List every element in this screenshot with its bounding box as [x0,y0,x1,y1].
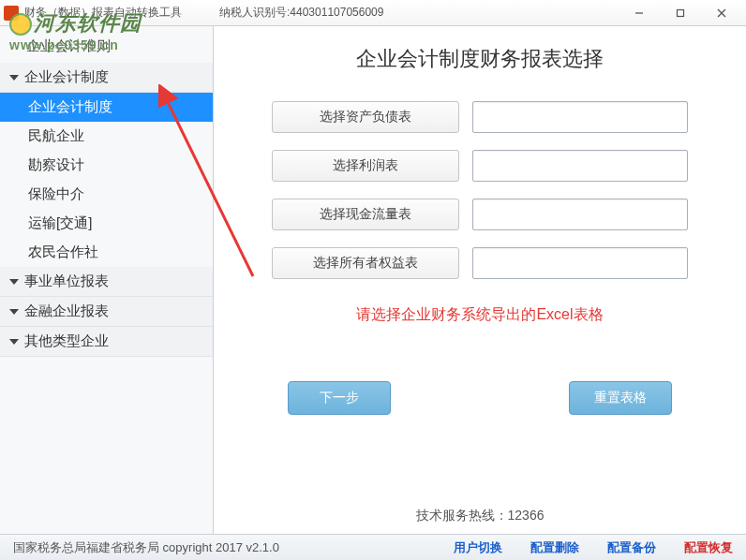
footer-copyright: 国家税务总局福建省税务局 copyright 2017 v2.1.0 [13,539,425,556]
minimize-button[interactable] [619,1,660,25]
chevron-down-icon [9,339,19,345]
maximize-button[interactable] [660,1,701,25]
sidebar-cat-label: 企业会计制度 [24,68,109,86]
window-title: 财务（数据）报表自动转换工具 [24,5,182,21]
form-rows: 选择资产负债表 选择利润表 选择现金流量表 选择所有者权益表 [255,101,705,279]
taxid-value: 440301107056009 [290,6,383,19]
sidebar-cat-label: 事业单位报表 [24,273,109,290]
hint-text: 请选择企业财务系统导出的Excel表格 [214,305,746,325]
sidebar-header[interactable]: 企业会计准则 [0,26,213,63]
svg-rect-1 [678,9,684,16]
titlebar: 财务（数据）报表自动转换工具 纳税人识别号:440301107056009 [0,0,746,26]
main-panel: 企业会计制度财务报表选择 选择资产负债表 选择利润表 选择现金流量表 选择所有者… [214,26,746,534]
form-row-cash-flow: 选择现金流量表 [255,199,705,230]
hotline-label: 技术服务热线： [416,508,508,523]
taxid-label-text: 纳税人识别号: [219,6,290,19]
chevron-down-icon [9,279,19,285]
form-row-balance-sheet: 选择资产负债表 [255,101,705,133]
footer: 国家税务总局福建省税务局 copyright 2017 v2.1.0 用户切换 … [0,534,746,560]
taxid-label: 纳税人识别号:440301107056009 [219,5,383,21]
select-income-statement-button[interactable]: 选择利润表 [272,150,459,182]
sidebar-cat-label: 其他类型企业 [24,332,109,350]
sidebar-cat-financial[interactable]: 金融企业报表 [0,297,213,327]
sidebar-item-survey-design[interactable]: 勘察设计 [0,151,213,180]
balance-sheet-path-input[interactable] [472,101,688,133]
footer-link-user-switch[interactable]: 用户切换 [454,539,502,556]
sidebar-item-insurance-agency[interactable]: 保险中介 [0,180,213,209]
footer-link-config-delete[interactable]: 配置删除 [530,539,579,556]
reset-button[interactable]: 重置表格 [569,381,672,415]
select-equity-button[interactable]: 选择所有者权益表 [272,247,459,279]
chevron-down-icon [9,309,19,315]
sidebar-cat-label: 金融企业报表 [24,302,109,320]
hotline: 技术服务热线：12366 [214,508,746,524]
sidebar: 企业会计准则 企业会计制度 企业会计制度 民航企业 勘察设计 保险中介 运输[交… [0,26,214,534]
hotline-number: 12366 [508,508,545,523]
sidebar-item-enterprise-accounting[interactable]: 企业会计制度 [0,93,213,122]
footer-link-config-restore[interactable]: 配置恢复 [684,539,733,556]
next-button[interactable]: 下一步 [288,381,391,415]
equity-path-input[interactable] [472,247,688,279]
form-row-income-statement: 选择利润表 [255,150,705,182]
app-icon [4,6,19,21]
cash-flow-path-input[interactable] [472,199,688,230]
select-balance-sheet-button[interactable]: 选择资产负债表 [272,101,459,133]
sidebar-item-transport[interactable]: 运输[交通] [0,209,213,238]
action-row: 下一步 重置表格 [214,381,746,415]
footer-link-config-backup[interactable]: 配置备份 [607,539,656,556]
close-button[interactable] [701,1,742,25]
sidebar-item-aviation[interactable]: 民航企业 [0,122,213,151]
sidebar-item-farmer-coop[interactable]: 农民合作社 [0,238,213,267]
form-row-equity: 选择所有者权益表 [255,247,705,279]
chevron-down-icon [9,75,19,81]
sidebar-cat-other[interactable]: 其他类型企业 [0,327,213,357]
income-statement-path-input[interactable] [472,150,688,182]
page-title: 企业会计制度财务报表选择 [214,45,746,73]
select-cash-flow-button[interactable]: 选择现金流量表 [272,199,459,230]
sidebar-cat-institution[interactable]: 事业单位报表 [0,267,213,297]
sidebar-cat-enterprise-accounting[interactable]: 企业会计制度 [0,63,213,93]
